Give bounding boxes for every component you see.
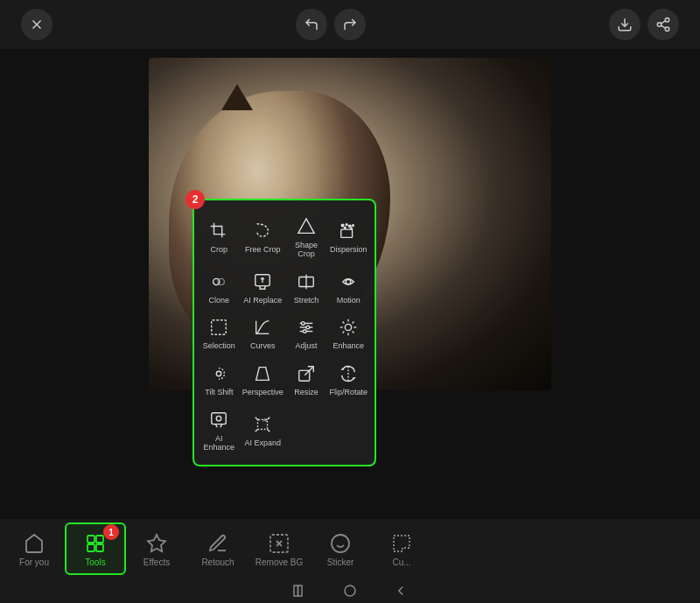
curves-icon xyxy=(250,315,275,340)
tilt-shift-icon xyxy=(206,361,231,386)
sticker-icon xyxy=(328,531,353,556)
svg-line-36 xyxy=(343,322,345,324)
redo-button[interactable] xyxy=(334,9,366,40)
dispersion-icon xyxy=(336,219,360,243)
svg-marker-8 xyxy=(298,219,314,234)
svg-point-9 xyxy=(341,224,344,227)
svg-line-7 xyxy=(661,21,665,24)
perspective-icon xyxy=(250,361,275,386)
flip-rotate-icon xyxy=(336,361,360,386)
toolbar-item-effects[interactable]: Effects xyxy=(126,522,187,575)
top-bar-right xyxy=(609,9,679,40)
svg-point-4 xyxy=(657,23,662,27)
share-button[interactable] xyxy=(648,9,679,40)
tool-ai-enhance-label: AI Enhance xyxy=(201,435,237,452)
effects-icon xyxy=(144,531,169,556)
svg-line-6 xyxy=(661,25,665,28)
toolbar-retouch-label: Retouch xyxy=(201,557,234,567)
adjust-icon xyxy=(294,315,318,340)
tool-ai-expand-label: AI Expand xyxy=(244,439,281,448)
undo-button[interactable] xyxy=(296,9,327,40)
toolbar-for-you-label: For you xyxy=(19,557,49,567)
svg-point-17 xyxy=(218,278,224,284)
tool-tilt-shift-label: Tilt Shift xyxy=(205,389,233,397)
tool-adjust[interactable]: Adjust xyxy=(287,310,326,354)
tool-resize-label: Resize xyxy=(294,389,318,397)
tool-tilt-shift[interactable]: Tilt Shift xyxy=(200,356,239,401)
tool-dispersion-label: Dispersion xyxy=(330,246,368,255)
system-bar xyxy=(0,578,700,603)
svg-point-28 xyxy=(302,322,305,326)
tool-ai-replace-label: AI Replace xyxy=(243,297,282,305)
resize-icon xyxy=(294,361,318,386)
tool-selection[interactable]: Selection xyxy=(200,310,239,354)
svg-rect-62 xyxy=(298,585,303,596)
shape-crop-icon xyxy=(294,214,318,239)
toolbar-sticker-label: Sticker xyxy=(327,557,354,567)
tool-clone-label: Clone xyxy=(209,297,230,305)
tool-flip-rotate-label: Flip/Rotate xyxy=(329,389,368,397)
tool-resize[interactable]: Resize xyxy=(287,356,326,401)
tool-motion-label: Motion xyxy=(337,297,360,305)
toolbar-item-retouch[interactable]: Retouch xyxy=(187,522,248,575)
toolbar-item-tools[interactable]: 1 Tools xyxy=(65,522,126,575)
svg-line-49 xyxy=(268,417,270,420)
for-you-icon xyxy=(22,531,46,556)
tool-motion[interactable]: Motion xyxy=(327,264,369,309)
tool-dispersion[interactable]: Dispersion xyxy=(327,209,369,263)
svg-point-46 xyxy=(217,417,222,422)
home-button[interactable] xyxy=(342,583,358,599)
svg-text:AI: AI xyxy=(263,418,267,423)
top-bar-left xyxy=(21,9,52,40)
ai-enhance-icon xyxy=(206,408,231,432)
tool-ai-replace[interactable]: AI Replace xyxy=(241,264,285,309)
tool-free-crop[interactable]: Free Crop xyxy=(241,209,285,263)
svg-rect-54 xyxy=(96,536,103,543)
svg-rect-45 xyxy=(212,413,227,424)
toolbar-remove-bg-label: Remove BG xyxy=(256,557,303,567)
toolbar-effects-label: Effects xyxy=(144,557,170,567)
tools-panel: 2 Crop Free Crop Shape Crop xyxy=(192,199,376,466)
tool-curves[interactable]: Curves xyxy=(241,310,285,354)
tool-free-crop-label: Free Crop xyxy=(245,246,281,255)
svg-line-51 xyxy=(268,430,270,432)
retouch-icon xyxy=(206,531,230,556)
svg-point-29 xyxy=(306,326,310,330)
toolbar-cutout-label: Cu... xyxy=(392,557,410,567)
bottom-toolbar: For you 1 Tools Effects Retouch xyxy=(0,519,700,578)
tool-perspective[interactable]: Perspective xyxy=(241,356,285,401)
tool-stretch[interactable]: Stretch xyxy=(287,264,326,309)
tool-crop[interactable]: Crop xyxy=(200,209,239,263)
svg-rect-22 xyxy=(212,320,227,335)
recents-button[interactable] xyxy=(393,583,409,599)
toolbar-item-cutout[interactable]: Cu... xyxy=(371,522,432,575)
svg-point-3 xyxy=(665,18,669,23)
tool-ai-expand[interactable]: AI AI Expand xyxy=(241,403,285,456)
tool-enhance[interactable]: Enhance xyxy=(327,310,369,354)
tool-flip-rotate[interactable]: Flip/Rotate xyxy=(327,356,369,401)
top-bar-center xyxy=(296,9,366,40)
download-button[interactable] xyxy=(609,9,640,40)
tool-shape-crop[interactable]: Shape Crop xyxy=(287,209,326,263)
image-area: Foo 2 Crop Free Crop Shape Cro xyxy=(0,49,700,519)
cutout-icon xyxy=(389,531,414,556)
toolbar-item-for-you[interactable]: For you xyxy=(4,522,65,575)
tool-ai-enhance[interactable]: AI Enhance xyxy=(200,403,239,456)
svg-line-43 xyxy=(304,368,312,375)
toolbar-item-remove-bg[interactable]: Remove BG xyxy=(248,522,310,575)
svg-point-58 xyxy=(332,535,349,552)
top-bar xyxy=(0,0,700,49)
tools-badge: 1 xyxy=(103,524,119,540)
tool-clone[interactable]: Clone xyxy=(200,264,239,309)
svg-line-48 xyxy=(256,417,258,420)
svg-point-5 xyxy=(665,27,669,32)
back-button[interactable] xyxy=(291,583,307,599)
tool-selection-label: Selection xyxy=(203,342,235,351)
motion-icon xyxy=(336,270,360,294)
svg-rect-55 xyxy=(88,544,94,551)
close-button[interactable] xyxy=(21,9,52,40)
tools-panel-badge: 2 xyxy=(186,190,205,209)
tools-grid: Crop Free Crop Shape Crop xyxy=(200,209,369,456)
toolbar-item-sticker[interactable]: Sticker xyxy=(310,522,371,575)
svg-line-39 xyxy=(343,332,345,333)
